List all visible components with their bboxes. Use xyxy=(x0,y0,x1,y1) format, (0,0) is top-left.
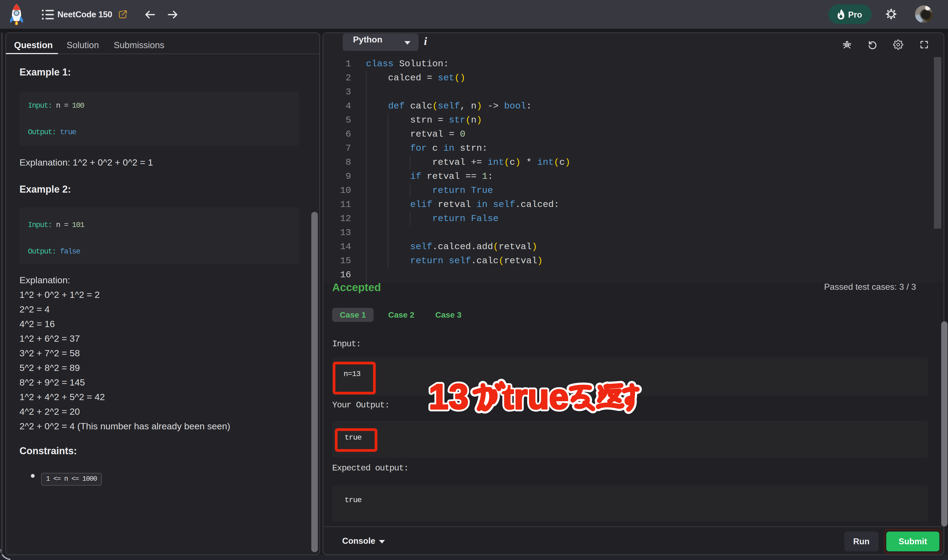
svg-text:true: true xyxy=(502,377,569,416)
svg-text:13: 13 xyxy=(429,377,469,416)
